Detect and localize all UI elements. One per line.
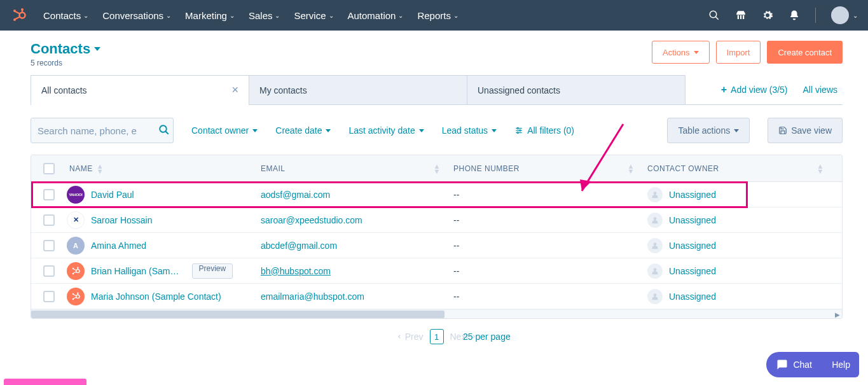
chevron-down-icon (94, 47, 100, 51)
contact-name-link[interactable]: Brian Halligan (Sam… (91, 266, 179, 276)
table-row[interactable]: ✕Saroar Hossainsaroar@xpeedstudio.com--U… (31, 207, 842, 233)
account-menu[interactable]: ⌄ (831, 6, 858, 24)
table-row[interactable]: YAHOO!David Paulaodsf@gmai.com--Unassign… (31, 182, 842, 207)
nav-menu: Contacts⌄ Conversations⌄ Marketing⌄ Sale… (43, 10, 708, 21)
owner-link[interactable]: Unassigned (669, 241, 716, 251)
column-phone[interactable]: PHONE NUMBER▲▼ (453, 164, 647, 174)
nav-contacts[interactable]: Contacts⌄ (43, 10, 88, 21)
help-widget[interactable]: Help (823, 352, 859, 377)
tab-label: All contacts (41, 85, 87, 95)
cell-email: emailmaria@hubspot.com (261, 291, 453, 302)
add-view-button[interactable]: +Add view (3/5) (721, 84, 788, 95)
row-checkbox[interactable] (43, 240, 55, 251)
nav-reports[interactable]: Reports⌄ (417, 10, 458, 21)
nav-conversations[interactable]: Conversations⌄ (102, 10, 171, 21)
email-link[interactable]: abcdef@gmail.com (261, 241, 337, 251)
svg-point-7 (710, 11, 717, 18)
owner-avatar (647, 289, 663, 304)
owner-link[interactable]: Unassigned (669, 291, 716, 302)
contact-name-link[interactable]: Maria Johnson (Sample Contact) (91, 291, 221, 302)
column-email[interactable]: EMAIL▲▼ (261, 164, 453, 174)
row-checkbox[interactable] (43, 214, 55, 226)
nav-service[interactable]: Service⌄ (294, 10, 333, 21)
column-name[interactable]: NAME▲▼ (67, 164, 261, 174)
email-link[interactable]: aodsf@gmai.com (261, 190, 330, 200)
actions-button[interactable]: Actions (652, 41, 710, 64)
chat-widget[interactable]: Chat (766, 352, 822, 377)
prev-button[interactable]: Prev (396, 332, 424, 342)
nav-automation[interactable]: Automation⌄ (348, 10, 404, 21)
page-title[interactable]: Contacts (31, 41, 100, 57)
record-count: 5 records (31, 59, 100, 67)
nav-right: ⌄ (708, 6, 858, 24)
svg-point-19 (520, 130, 521, 131)
row-checkbox[interactable] (43, 291, 55, 302)
svg-point-32 (76, 295, 79, 298)
column-owner[interactable]: CONTACT OWNER▲▼ (647, 164, 842, 174)
table-row[interactable]: Brian Halligan (Sam…Previewbh@hubspot.co… (31, 258, 842, 284)
contact-name-link[interactable]: Amina Ahmed (91, 241, 146, 251)
sort-icon: ▲▼ (434, 164, 441, 174)
filter-last-activity[interactable]: Last activity date (348, 125, 424, 136)
contact-name-link[interactable]: David Paul (91, 190, 134, 200)
search-icon[interactable] (158, 124, 170, 137)
page-number[interactable]: 1 (430, 329, 444, 344)
cell-owner: Unassigned (647, 238, 842, 253)
cell-phone: -- (453, 291, 647, 302)
table-header: NAME▲▼ EMAIL▲▼ PHONE NUMBER▲▼ CONTACT OW… (31, 155, 842, 182)
filter-contact-owner[interactable]: Contact owner (191, 125, 258, 136)
bell-icon[interactable] (789, 10, 800, 21)
preview-button[interactable]: Preview (192, 263, 233, 279)
contact-avatar: YAHOO! (67, 186, 85, 204)
sort-icon: ▲▼ (817, 164, 824, 174)
svg-line-28 (74, 269, 77, 270)
select-all-checkbox[interactable] (43, 163, 55, 174)
marketplace-icon[interactable] (735, 10, 747, 21)
tab-all-contacts[interactable]: All contacts × (31, 75, 249, 104)
search-icon[interactable] (708, 10, 720, 21)
cell-email: bh@hubspot.com (261, 266, 453, 276)
chevron-down-icon (694, 51, 699, 54)
cell-name: AAmina Ahmed (67, 237, 261, 255)
row-checkbox[interactable] (43, 265, 55, 277)
save-view-button[interactable]: Save view (768, 118, 843, 143)
nav-sales[interactable]: Sales⌄ (249, 10, 280, 21)
svg-rect-11 (740, 15, 741, 19)
per-page-select[interactable]: 25 per page (463, 332, 514, 342)
import-button[interactable]: Import (716, 41, 761, 64)
filter-create-date[interactable]: Create date (275, 125, 331, 136)
owner-link[interactable]: Unassigned (669, 190, 716, 200)
svg-line-36 (74, 294, 77, 296)
table-row[interactable]: AAmina Ahmedabcdef@gmail.com--Unassigned (31, 233, 842, 258)
tab-unassigned-contacts[interactable]: Unassigned contacts (467, 75, 685, 104)
contact-name-link[interactable]: Saroar Hossain (91, 215, 153, 225)
svg-point-21 (654, 192, 657, 195)
filter-bar: Contact owner Create date Last activity … (31, 118, 843, 143)
owner-avatar (647, 213, 663, 228)
email-link[interactable]: bh@hubspot.com (261, 266, 331, 276)
sort-icon: ▲▼ (97, 164, 104, 174)
filter-lead-status[interactable]: Lead status (442, 125, 497, 136)
svg-point-31 (654, 268, 657, 271)
contact-avatar (67, 288, 85, 305)
horizontal-scrollbar[interactable]: ◀▶ (31, 309, 842, 318)
all-views-link[interactable]: All views (803, 85, 837, 95)
bottom-tab-indicator (4, 379, 86, 385)
all-filters-button[interactable]: All filters (0) (514, 125, 574, 136)
table-actions-button[interactable]: Table actions (667, 118, 750, 143)
search-input[interactable] (38, 125, 158, 136)
email-link[interactable]: emailmaria@hubspot.com (261, 291, 364, 302)
cell-email: aodsf@gmai.com (261, 190, 453, 200)
hubspot-logo[interactable] (10, 6, 28, 24)
owner-link[interactable]: Unassigned (669, 266, 716, 276)
nav-marketing[interactable]: Marketing⌄ (185, 10, 235, 21)
tab-label: My contacts (259, 85, 307, 95)
owner-link[interactable]: Unassigned (669, 215, 716, 225)
create-contact-button[interactable]: Create contact (767, 41, 843, 64)
row-checkbox[interactable] (43, 189, 55, 200)
gear-icon[interactable] (762, 10, 773, 21)
close-icon[interactable]: × (231, 83, 238, 97)
table-row[interactable]: Maria Johnson (Sample Contact)emailmaria… (31, 284, 842, 309)
email-link[interactable]: saroar@xpeedstudio.com (261, 215, 362, 225)
tab-my-contacts[interactable]: My contacts (249, 75, 467, 104)
